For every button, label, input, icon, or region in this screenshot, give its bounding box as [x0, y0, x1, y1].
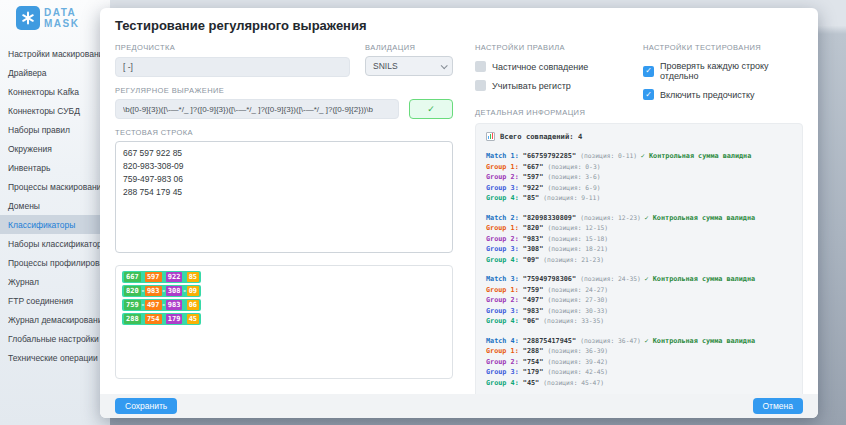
match-label: Match 4:: [486, 337, 519, 345]
group-position: (позиция: 42-45): [547, 368, 608, 375]
sidebar-item[interactable]: Коннекторы Kafka: [0, 82, 110, 101]
checkbox-unchecked-icon[interactable]: [475, 80, 486, 91]
datamask-logo-icon: [16, 6, 40, 30]
group-value: "597": [519, 173, 548, 181]
group-position: (позиция: 3-6): [547, 173, 600, 180]
sidebar-item[interactable]: Процессы маскирования: [0, 177, 110, 196]
group-chip: 983: [145, 286, 162, 296]
match-highlight-row: 288 754 179 45: [122, 313, 201, 325]
group-label: Group 3:: [486, 184, 519, 192]
group-line: Group 4: "09" (позиция: 21-23): [486, 255, 792, 266]
group-position: (позиция: 30-33): [547, 307, 608, 314]
sidebar-item[interactable]: Домены: [0, 196, 110, 215]
group-value: "179": [519, 368, 548, 376]
group-value: "09": [519, 256, 544, 264]
summary-line: Всего совпадений: 4: [486, 132, 792, 141]
group-line: Group 2: "597" (позиция: 3-6): [486, 172, 792, 183]
chevron-down-icon: [441, 62, 448, 69]
checkbox-option[interactable]: Проверять каждую строку отдельно: [643, 61, 803, 81]
validate-regex-button[interactable]: ✓: [409, 99, 453, 119]
sidebar-item[interactable]: Наборы классификаторов: [0, 234, 110, 253]
sidebar-item[interactable]: Инвентарь: [0, 158, 110, 177]
match-line: Match 1: "66759792285" (позиция: 0-11) ✓…: [486, 151, 792, 162]
sidebar-item[interactable]: Настройки маскирования: [0, 44, 110, 63]
group-value: "497": [519, 296, 548, 304]
checkbox-option[interactable]: Включить предочистку: [643, 89, 803, 100]
group-chip: 45: [187, 314, 199, 324]
group-chip: 759: [124, 300, 141, 310]
group-value: "85": [519, 194, 544, 202]
group-line: Group 2: "497" (позиция: 27-30): [486, 295, 792, 306]
separator-chip: -: [182, 286, 186, 296]
sidebar-item[interactable]: Процессы профилирования: [0, 253, 110, 272]
group-line: Group 2: "983" (позиция: 15-18): [486, 234, 792, 245]
group-line: Group 3: "308" (позиция: 18-21): [486, 244, 792, 255]
group-label: Group 1:: [486, 347, 519, 355]
sidebar-item[interactable]: FTP соединения: [0, 291, 110, 310]
checkbox-label: Частичное совпадение: [492, 62, 588, 72]
group-label: Group 3:: [486, 368, 519, 376]
checkbox-option[interactable]: Частичное совпадение: [475, 61, 643, 72]
regex-input[interactable]: [115, 99, 399, 119]
sidebar-item[interactable]: Классификаторы: [0, 215, 110, 234]
save-button[interactable]: Сохранить: [115, 398, 177, 414]
checkbox-checked-icon[interactable]: [643, 89, 654, 100]
group-chip: 06: [187, 300, 199, 310]
regex-test-modal: Тестирование регулярного выражения ПРЕДО…: [100, 8, 818, 418]
group-chip: 820: [124, 286, 141, 296]
sidebar-item[interactable]: Наборы правил: [0, 120, 110, 139]
group-label: Group 4:: [486, 317, 519, 325]
group-position: (позиция: 18-21): [547, 245, 608, 252]
sidebar-item[interactable]: Технические операции: [0, 348, 110, 367]
group-chip: 308: [166, 286, 183, 296]
sidebar: DATA MASK Настройки маскированияДрайвера…: [0, 0, 110, 425]
match-value: "28875417945": [519, 337, 580, 345]
separator-chip: [182, 300, 186, 310]
checkbox-option[interactable]: Учитывать регистр: [475, 80, 643, 91]
group-label: Group 1:: [486, 224, 519, 232]
sidebar-item[interactable]: Окружения: [0, 139, 110, 158]
group-position: (позиция: 36-39): [547, 347, 608, 354]
group-label: Group 1:: [486, 286, 519, 294]
sidebar-item[interactable]: Глобальные настройки: [0, 329, 110, 348]
match-block: Match 2: "82098330809" (позиция: 12-23) …: [486, 213, 792, 266]
validation-select[interactable]: SNILS: [365, 56, 453, 76]
group-value: "45": [519, 379, 544, 387]
group-line: Group 4: "45" (позиция: 45-47): [486, 378, 792, 389]
sidebar-item[interactable]: Журнал: [0, 272, 110, 291]
match-value: "75949798306": [519, 275, 580, 283]
chart-icon: [486, 132, 495, 141]
test-settings-label: НАСТРОЙКИ ТЕСТИРОВАНИЯ: [643, 43, 803, 52]
group-value: "820": [519, 224, 548, 232]
group-label: Group 4:: [486, 194, 519, 202]
group-line: Group 3: "922" (позиция: 6-9): [486, 183, 792, 194]
checkbox-checked-icon[interactable]: [643, 66, 654, 77]
checkbox-unchecked-icon[interactable]: [475, 61, 486, 72]
group-position: (позиция: 21-23): [543, 256, 604, 263]
sidebar-item[interactable]: Драйвера: [0, 63, 110, 82]
match-label: Match 1:: [486, 152, 519, 160]
group-position: (позиция: 12-15): [547, 224, 608, 231]
group-value: "922": [519, 184, 548, 192]
group-position: (позиция: 0-3): [547, 163, 600, 170]
group-chip: 597: [145, 272, 162, 282]
match-line: Match 4: "28875417945" (позиция: 36-47) …: [486, 336, 792, 347]
checkbox-label: Включить предочистку: [660, 90, 755, 100]
validation-selected-value: SNILS: [373, 61, 398, 71]
precleanup-input[interactable]: [115, 57, 350, 77]
test-string-textarea[interactable]: [115, 141, 453, 253]
regex-label: РЕГУЛЯРНОЕ ВЫРАЖЕНИЕ: [115, 86, 453, 95]
group-label: Group 2:: [486, 296, 519, 304]
group-position: (позиция: 6-9): [547, 184, 600, 191]
cancel-button[interactable]: Отмена: [753, 398, 804, 414]
checksum-valid-text: ✓ Контрольная сумма валидна: [645, 275, 756, 283]
sidebar-item[interactable]: Коннекторы СУБД: [0, 101, 110, 120]
match-block: Match 4: "28875417945" (позиция: 36-47) …: [486, 336, 792, 389]
sidebar-item[interactable]: Журнал демаскирования: [0, 310, 110, 329]
group-position: (позиция: 24-27): [547, 286, 608, 293]
group-line: Group 1: "759" (позиция: 24-27): [486, 285, 792, 296]
group-label: Group 2:: [486, 173, 519, 181]
precleanup-label: ПРЕДОЧИСТКА: [115, 43, 350, 52]
group-position: (позиция: 39-42): [547, 358, 608, 365]
match-line: Match 2: "82098330809" (позиция: 12-23) …: [486, 213, 792, 224]
